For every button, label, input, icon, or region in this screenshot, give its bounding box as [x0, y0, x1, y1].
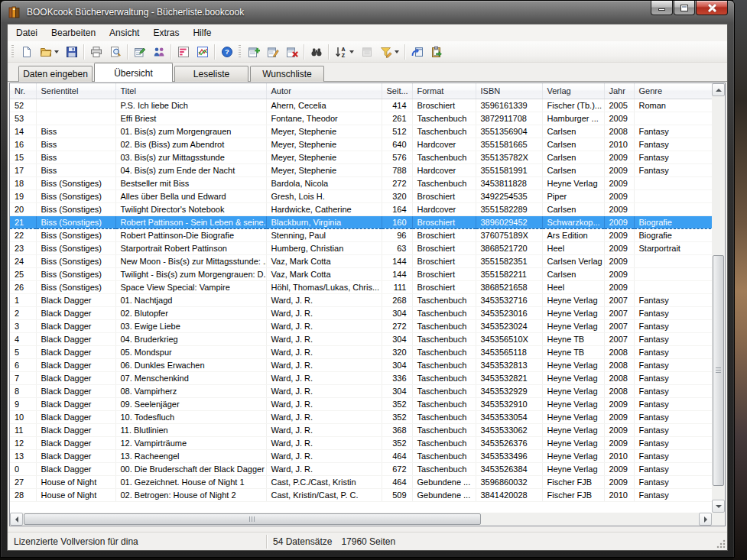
table-row[interactable]: 2Black Dagger02. BlutopferWard, J. R.304…	[10, 306, 712, 319]
minimize-icon	[658, 8, 665, 11]
tab-wunschliste[interactable]: Wunschliste	[250, 66, 324, 82]
cell-jahr: 2009	[604, 397, 634, 410]
table-row[interactable]: 15Biss03. Bis(s) zur MittagsstundeMeyer,…	[10, 151, 712, 163]
cell-genre: Fantasy	[634, 293, 712, 306]
column-header-jahr[interactable]: Jahr	[604, 83, 634, 99]
open-file-button[interactable]	[36, 43, 62, 61]
table-row[interactable]: 27House of Night01. Gezeichnet. House of…	[10, 475, 712, 488]
resize-grip-icon[interactable]	[715, 538, 726, 549]
table-row[interactable]: 9Black Dagger09. SeelenjägerWard, J. R.3…	[10, 397, 712, 410]
column-header-genre[interactable]: Genre	[634, 83, 712, 99]
vscroll-thumb[interactable]	[713, 255, 724, 486]
table-row[interactable]: 23Biss (Sonstiges)Starportrait Robert Pa…	[10, 241, 712, 254]
users-button[interactable]	[149, 43, 168, 61]
cell-jahr: 2009	[604, 462, 634, 475]
cell-nr: 27	[10, 475, 36, 488]
column-header-format[interactable]: Format	[412, 83, 476, 99]
cell-verlag: Carlsen	[542, 202, 604, 215]
menu-extras[interactable]: Extras	[146, 24, 186, 41]
table-row[interactable]: 24Biss (Sonstiges)New Moon - Bis(s) zur …	[10, 254, 712, 267]
cell-isbn: 3453532910	[476, 397, 542, 410]
scroll-up-button[interactable]	[712, 83, 725, 96]
table-row[interactable]: 17Biss04. Bis(s) zum Ende der NachtMeyer…	[10, 163, 712, 176]
table-row[interactable]: 20Biss (Sonstiges)Twilight Director's No…	[10, 202, 712, 215]
add-record-button[interactable]	[244, 43, 263, 61]
menu-datei[interactable]: Datei	[9, 24, 44, 41]
restore-button[interactable]	[674, 1, 695, 15]
menu-bearbeiten[interactable]: Bearbeiten	[44, 24, 102, 41]
table-row[interactable]: 8Black Dagger08. VampirherzWard, J. R.30…	[10, 384, 712, 397]
cell-autor: Ahern, Cecelia	[266, 99, 382, 112]
column-header-verlag[interactable]: Verlag	[542, 83, 604, 99]
menu-ansicht[interactable]: Ansicht	[102, 24, 146, 41]
column-header-titel[interactable]: Titel	[115, 83, 266, 99]
cell-isbn: 3596860032	[476, 475, 542, 488]
table-row[interactable]: 19Biss (Sonstiges)Alles über Bella und E…	[10, 189, 712, 202]
column-header-seiten[interactable]: Seit...	[382, 83, 412, 99]
statistics-button[interactable]	[174, 43, 193, 61]
table-row[interactable]: 14Biss01. Bis(s) zum MorgengrauenMeyer, …	[10, 125, 712, 138]
statistics-icon	[177, 46, 190, 58]
minimize-button[interactable]	[651, 1, 673, 15]
table-row[interactable]: 52P.S. Ich liebe DichAhern, Cecelia414Br…	[10, 99, 712, 112]
horizontal-scrollbar[interactable]	[10, 513, 712, 526]
chart-button[interactable]	[193, 43, 212, 61]
table-row[interactable]: 25Biss (Sonstiges)Twilight - Bis(s) zum …	[10, 267, 712, 280]
tab-ubersicht[interactable]: Übersicht	[94, 63, 173, 82]
table-row[interactable]: 10Black Dagger10. TodesfluchWard, J. R.3…	[10, 410, 712, 423]
cell-genre: Fantasy	[634, 125, 712, 138]
table-row[interactable]: 4Black Dagger04. BruderkriegWard, J. R.3…	[10, 332, 712, 345]
cell-genre: Fantasy	[634, 371, 712, 384]
goto-record-button[interactable]	[408, 43, 427, 61]
table-row[interactable]: 26Biss (Sonstiges)Space View Special: Va…	[10, 280, 712, 293]
close-button[interactable]	[696, 1, 728, 15]
hscroll-thumb[interactable]	[24, 513, 481, 525]
cell-seiten: 464	[382, 449, 412, 462]
column-header-isbn[interactable]: ISBN	[476, 83, 542, 99]
table-row[interactable]: 53Effi BriestFontane, Theodor261Taschenb…	[10, 112, 712, 125]
save-button[interactable]	[62, 43, 81, 61]
vertical-scrollbar[interactable]	[712, 83, 725, 513]
table-row[interactable]: 13Black Dagger13. RacheengelWard, J. R.4…	[10, 449, 712, 462]
table-row[interactable]: 0Black Dagger00. Die Bruderschaft der Bl…	[10, 462, 712, 475]
table-row[interactable]: 11Black Dagger11. BlutlinienWard, J. R.3…	[10, 423, 712, 436]
paste-record-button[interactable]	[427, 43, 446, 61]
delete-record-button[interactable]	[282, 43, 301, 61]
print-preview-button[interactable]	[106, 43, 125, 61]
column-header-autor[interactable]: Autor	[266, 83, 382, 99]
scroll-down-button[interactable]	[712, 500, 725, 513]
table-row[interactable]: 18Biss (Sonstiges)Bestseller mit BissBar…	[10, 176, 712, 189]
table-row[interactable]: 21Biss (Sonstiges)Robert Pattinson - Sei…	[10, 215, 712, 228]
cell-serie: Biss	[36, 163, 115, 176]
menu-hilfe[interactable]: Hilfe	[186, 24, 218, 41]
table-row[interactable]: 22Biss (Sonstiges)Robert Pattinson-Die B…	[10, 228, 712, 241]
table-row[interactable]: 7Black Dagger07. MenschenkindWard, J. R.…	[10, 371, 712, 384]
window-title: BOOKcook Bücherverwaltung - Bücherliste.…	[27, 7, 244, 18]
column-header-serie[interactable]: Serientitel	[36, 83, 115, 99]
table-row[interactable]: 5Black Dagger05. MondspurWard, J. R.320T…	[10, 345, 712, 358]
table-row[interactable]: 16Biss02. Bis (Biss) zum AbendrotMeyer, …	[10, 138, 712, 151]
new-file-button[interactable]	[17, 43, 36, 61]
sort-az-button[interactable]: AZ	[331, 43, 357, 61]
help-button[interactable]: ?	[217, 43, 236, 61]
cell-genre	[634, 267, 712, 280]
cell-format: Taschenbuch	[412, 319, 476, 332]
title-bar[interactable]: BOOKcook Bücherverwaltung - Bücherliste.…	[1, 1, 734, 24]
search-button[interactable]	[307, 43, 326, 61]
tab-leseliste[interactable]: Leseliste	[174, 66, 248, 82]
cell-format: Hardcover	[412, 202, 476, 215]
edit-form-button[interactable]	[130, 43, 149, 61]
cell-titel: 09. Seelenjäger	[115, 397, 266, 410]
scroll-right-button[interactable]	[699, 513, 712, 526]
filter-button[interactable]	[376, 43, 402, 61]
tab-daten-eingeben[interactable]: Daten eingeben	[18, 66, 93, 82]
table-row[interactable]: 1Black Dagger01. NachtjagdWard, J. R.268…	[10, 293, 712, 306]
table-row[interactable]: 28House of Night02. Betrogen: House of N…	[10, 488, 712, 501]
column-header-nr[interactable]: Nr.	[10, 83, 36, 99]
edit-record-button[interactable]	[263, 43, 282, 61]
scroll-left-button[interactable]	[10, 513, 23, 526]
table-row[interactable]: 6Black Dagger06. Dunkles ErwachenWard, J…	[10, 358, 712, 371]
table-row[interactable]: 12Black Dagger12. VampirträumeWard, J. R…	[10, 436, 712, 449]
table-row[interactable]: 3Black Dagger03. Ewige LiebeWard, J. R.2…	[10, 319, 712, 332]
print-button[interactable]	[86, 43, 106, 61]
